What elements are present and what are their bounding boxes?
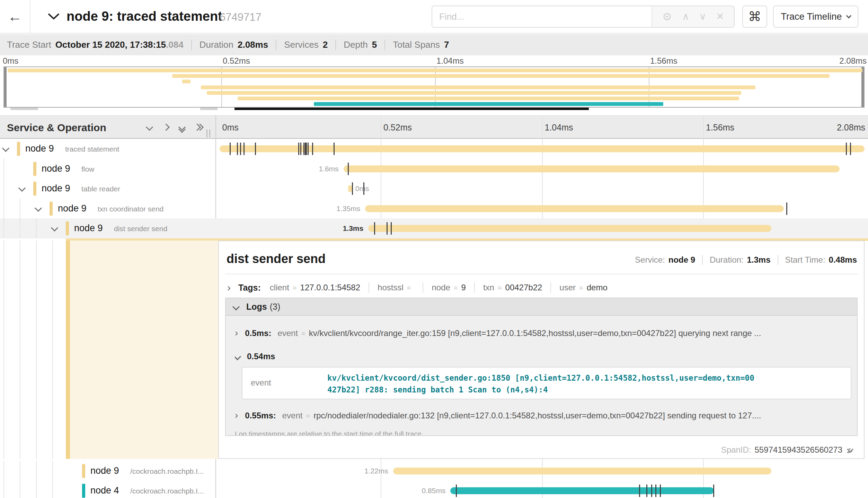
tag-key: txn <box>483 283 494 292</box>
span-id-row: SpanID: 5597415943526560273 <box>721 445 857 455</box>
minimap-canvas[interactable] <box>3 66 865 108</box>
span-bar[interactable] <box>393 468 771 474</box>
span-expander-chevron-down-icon[interactable] <box>3 146 8 152</box>
log-time: 0.55ms: <box>245 411 276 420</box>
tree-guide-line <box>20 461 20 481</box>
span-log-tick <box>846 143 847 155</box>
span-expander-chevron-down-icon[interactable] <box>36 206 41 212</box>
span-log-tick <box>255 143 256 155</box>
ruler-tick-label: 1.04ms <box>545 123 573 133</box>
tag-value: 00427b22 <box>505 283 542 292</box>
event-field-value: kv/kvclient/kvcoord/dist_sender.go:1850 … <box>327 372 754 396</box>
event-field-key: event <box>251 378 271 388</box>
span-row[interactable]: node 9txn coordinator send1.35ms <box>0 199 868 219</box>
collapse-all-icon[interactable] <box>179 125 185 131</box>
span-row[interactable]: node 9table reader0ms <box>0 179 868 199</box>
tree-guide-line <box>20 481 20 498</box>
logs-list: › 0.5ms: event = kv/kvclient/kvcoord/ran… <box>226 316 857 435</box>
back-button[interactable]: ← <box>0 0 30 33</box>
tags-row[interactable]: › Tags: client=127.0.0.1:54582hostssl=no… <box>227 280 608 295</box>
log-time: 0.54ms <box>247 352 275 361</box>
span-service-name: node 9 <box>42 163 70 174</box>
tag-key: client <box>270 283 289 292</box>
span-row[interactable]: node 9/cockroach.roachpb.I...1.22ms <box>0 461 868 481</box>
ruler-tick-label: 0ms <box>222 123 239 133</box>
span-log-tick <box>639 485 640 497</box>
minimap-tick-label: 0.52ms <box>223 56 250 66</box>
span-operation-name: flow <box>81 165 94 173</box>
log-entry-expanded[interactable]: 0.54ms <box>235 352 857 361</box>
span-log-tick <box>334 143 335 155</box>
span-row[interactable]: node 9flow1.6ms <box>0 159 868 179</box>
span-log-tick <box>306 143 307 155</box>
service-operation-column-title: Service & Operation <box>7 122 106 134</box>
span-row[interactable]: node 4/cockroach.roachpb.I...0.85ms <box>0 481 868 498</box>
summary-separator <box>335 40 336 50</box>
span-table-header: Service & Operation 0ms0.52ms1.04ms1.56m… <box>0 115 868 139</box>
span-bar[interactable] <box>220 145 865 152</box>
locate-icon[interactable] <box>662 11 672 22</box>
span-expander-chevron-down-icon[interactable] <box>19 185 25 192</box>
find-clear-icon[interactable]: ✕ <box>716 12 724 21</box>
span-log-tick <box>387 222 388 235</box>
view-selector-button[interactable]: Trace Timeline <box>773 6 858 28</box>
span-bar[interactable] <box>348 185 352 192</box>
summary-label: Depth <box>344 39 367 50</box>
find-input[interactable] <box>432 6 652 27</box>
viewport-track-segment[interactable] <box>200 108 218 110</box>
find-next-icon[interactable]: ∨ <box>699 12 706 21</box>
minimap-right-handle[interactable] <box>861 67 864 107</box>
log-key: event <box>282 411 303 420</box>
trace-id: 6749717 <box>220 11 262 24</box>
column-resize-handle[interactable] <box>206 129 210 137</box>
event-value-line: 427b22] r288: sending batch 1 Scan to (n… <box>327 384 754 396</box>
span-bar[interactable] <box>368 225 771 232</box>
span-log-tick <box>300 143 301 155</box>
equals-sign: = <box>293 284 297 292</box>
span-operation-name: /cockroach.roachpb.I... <box>130 467 204 476</box>
span-expander-chevron-down-icon[interactable] <box>52 225 57 232</box>
span-service-name: node 9 <box>90 465 119 476</box>
expand-all-icon[interactable] <box>195 125 203 131</box>
collapse-trace-chevron-icon[interactable] <box>48 13 60 20</box>
expand-one-icon[interactable] <box>163 125 169 131</box>
span-operation-name: /cockroach.roachpb.I... <box>130 487 204 495</box>
tree-guide-line <box>3 159 4 179</box>
span-service-name: node 9 <box>42 183 70 194</box>
log-entry[interactable]: › 0.55ms: event = rpc/nodedialer/nodedia… <box>235 410 857 421</box>
logs-header[interactable]: Logs (3) <box>226 298 857 316</box>
span-id-value: 5597415943526560273 <box>754 445 842 455</box>
span-bar[interactable] <box>365 205 784 212</box>
tag-separator <box>550 282 551 293</box>
equals-sign: = <box>306 412 310 420</box>
collapse-one-icon[interactable] <box>147 125 152 131</box>
selected-span-gutter <box>70 241 218 459</box>
span-duration-label: 1.35ms <box>292 205 360 213</box>
find-prev-icon[interactable]: ∧ <box>682 12 690 21</box>
viewport-track-segment[interactable] <box>10 108 38 110</box>
span-row[interactable]: node 9traced statement <box>0 139 868 159</box>
span-bar[interactable] <box>450 487 714 494</box>
span-log-tick <box>303 143 304 155</box>
link-icon[interactable] <box>847 445 857 455</box>
viewport-thumb[interactable] <box>234 108 589 110</box>
minimap-span-bar <box>8 69 862 72</box>
meta-value: 1.3ms <box>747 255 771 265</box>
gutter-tree-guide-line <box>52 241 53 459</box>
minimap-left-handle[interactable] <box>4 67 7 107</box>
minimap-tick-label: 1.56ms <box>650 56 677 66</box>
span-row[interactable]: node 9dist sender send1.3ms <box>0 218 868 238</box>
keyboard-shortcuts-button[interactable]: ⌘ <box>742 6 767 28</box>
span-bar[interactable] <box>344 165 840 172</box>
trace-timeline-page: ← node 9: traced statement 6749717 ∧ ∨ ✕… <box>0 0 868 498</box>
span-log-tick <box>363 182 364 195</box>
span-operation-name: table reader <box>81 185 120 193</box>
equals-sign: = <box>301 330 305 338</box>
span-log-tick <box>308 143 309 155</box>
tag: node=9 <box>432 283 466 292</box>
find-bar: ∧ ∨ ✕ <box>432 6 735 28</box>
span-operation-name: txn coordinator send <box>98 205 163 213</box>
summary-label: Duration <box>200 39 233 50</box>
log-entry[interactable]: › 0.5ms: event = kv/kvclient/kvcoord/ran… <box>235 316 857 338</box>
span-color-marker <box>82 464 85 478</box>
